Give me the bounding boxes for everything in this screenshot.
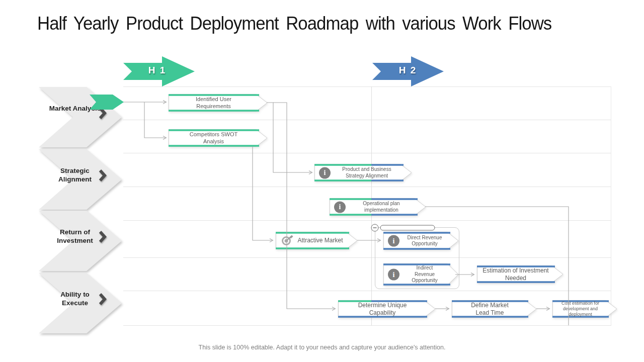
page-title: Half Yearly Product Deployment Roadmap w… [37,13,551,34]
info-icon: i [319,167,331,178]
node-label: Operational plan implementation [349,201,414,213]
info-icon: i [334,201,346,213]
node-label: Product and Business Strategy Alignment [334,166,399,179]
collapse-toggle[interactable] [371,223,437,232]
slide: Half Yearly Product Deployment Roadmap w… [0,0,644,362]
lane-return-of-investment-label: Return of Investment [49,228,101,245]
node-label: Determine Unique Capability [350,302,415,317]
node-operational-plan-implementation: i Operational plan implementation [330,198,419,216]
node-define-market-lead-time: Define Market Lead Time [452,300,530,318]
info-icon: i [388,269,399,281]
chevron-right-icon [99,230,107,243]
node-determine-unique-capability: Determine Unique Capability [338,300,429,318]
info-icon: i [388,235,399,247]
node-label: Competitors SWOT Analysis [181,131,247,145]
node-label: Identified User Requirements [181,96,247,110]
lane-ability-to-execute-label: Ability to Execute [49,291,101,308]
node-label: Cost estimation for development and depl… [557,301,604,318]
node-label: Estimation of Investment Needed [479,267,552,282]
market-analysis-start-arrow [90,94,125,111]
node-estimation-of-investment-needed: Estimation of Investment Needed [477,265,556,283]
node-competitors-swot-analysis: Competitors SWOT Analysis [169,129,261,147]
node-product-business-strategy-alignment: i Product and Business Strategy Alignmen… [314,164,405,182]
node-label: Define Market Lead Time [467,302,513,317]
node-label: Direct Revenue Opportunity [400,235,449,247]
node-identified-user-requirements: Identified User Requirements [169,94,261,112]
lane-strategic-alignment-label: Strategic Alignment [49,167,101,184]
node-cost-estimation-development-deployment: Cost estimation for development and depl… [552,300,610,318]
node-indirect-revenue-opportunity: i Indirect Revenue Opportunity [383,263,452,286]
node-attractive-market: Attractive Market [276,232,351,249]
node-direct-revenue-opportunity: i Direct Revenue Opportunity [383,232,452,250]
footer-note: This slide is 100% editable. Adapt it to… [0,344,644,351]
h2-label: H 2 [376,65,439,76]
target-icon [280,235,294,246]
node-label: Attractive Market [297,237,343,244]
node-label: Indirect Revenue Opportunity [409,265,440,284]
h1-label: H 1 [126,65,189,76]
chevron-right-icon [99,293,107,306]
chevron-right-icon [99,169,107,182]
